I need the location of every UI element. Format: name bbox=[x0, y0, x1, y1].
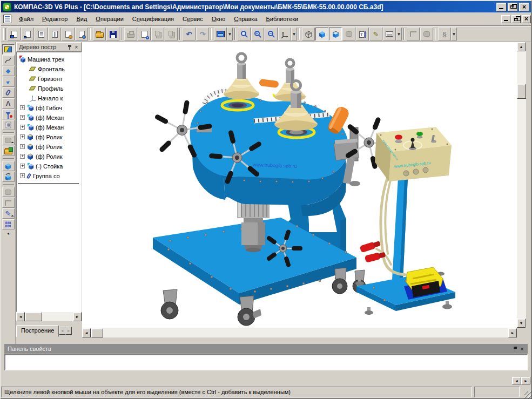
orientation-dropdown[interactable]: ▼ bbox=[291, 28, 297, 40]
scroll-thumb[interactable] bbox=[25, 312, 42, 321]
scroll-right-button[interactable]: ► bbox=[73, 312, 82, 321]
tab-construction[interactable]: Построение bbox=[16, 325, 59, 337]
direction-button[interactable]: ► bbox=[2, 77, 15, 87]
scroll-thumb[interactable] bbox=[517, 84, 526, 99]
section-a-button[interactable] bbox=[407, 28, 420, 40]
title-bar[interactable]: КОМПАС-3D V6 Plus - [C:\Documents and Se… bbox=[1, 1, 531, 12]
spatial-curves-button[interactable] bbox=[2, 55, 15, 65]
viewport-horizontal-scrollbar[interactable]: ◄ ► bbox=[82, 328, 517, 337]
menu-item-help[interactable]: Справка bbox=[230, 13, 261, 24]
annotate-button[interactable]: ✎ bbox=[2, 208, 15, 219]
menu-item-service[interactable]: Сервис bbox=[178, 13, 207, 24]
helix-button[interactable]: § bbox=[438, 28, 451, 40]
menu-item-window[interactable]: Окно bbox=[207, 13, 230, 24]
tree-panel-header[interactable]: Дерево постр × bbox=[16, 42, 82, 52]
zoom-in-button[interactable]: + bbox=[251, 28, 264, 40]
zoom-out-button[interactable]: − bbox=[265, 28, 278, 40]
scroll-left-button[interactable]: ◄ bbox=[82, 328, 91, 337]
tree-item-assembly[interactable]: (ф) Механ bbox=[20, 123, 64, 132]
new-drawing-view-button[interactable] bbox=[383, 28, 396, 40]
window-list-dropdown[interactable]: ▼ bbox=[227, 28, 233, 40]
new-specification-button[interactable] bbox=[48, 28, 61, 40]
tab-scroll-left-button[interactable]: ◄ bbox=[59, 327, 65, 335]
control-box[interactable]: www.trubogib.spb.ru www.trubogib.spb.ru bbox=[375, 127, 452, 181]
expand-icon[interactable] bbox=[20, 144, 25, 149]
3d-viewport[interactable]: www.trubogib.spb.ru bbox=[82, 42, 517, 328]
nav-left-button[interactable]: ◄ bbox=[512, 377, 521, 384]
resize-grip[interactable] bbox=[524, 391, 531, 398]
pin-button[interactable] bbox=[66, 44, 73, 51]
new-text-document-button[interactable] bbox=[35, 28, 48, 40]
expand-icon[interactable] bbox=[20, 115, 25, 120]
measure-button[interactable]: Λ bbox=[2, 98, 15, 109]
tree-item-plane-frontal[interactable]: Фронталь bbox=[29, 64, 65, 73]
start-button[interactable] bbox=[416, 132, 423, 139]
doc-restore-button[interactable] bbox=[511, 15, 521, 23]
tree-horizontal-scrollbar[interactable]: ◄ ► bbox=[16, 312, 82, 321]
new-fragment-button[interactable] bbox=[21, 28, 34, 40]
expand-icon[interactable] bbox=[20, 173, 25, 178]
auxiliary-geometry-button[interactable] bbox=[2, 87, 15, 98]
3d-model-machine[interactable]: www.trubogib.spb.ru bbox=[82, 42, 517, 328]
tree-item-assembly[interactable]: (-) Стойка bbox=[20, 161, 63, 171]
dimensions-button[interactable]: T bbox=[356, 28, 369, 40]
window-list-button[interactable] bbox=[214, 28, 227, 40]
tab-scroll-right-button[interactable]: ► bbox=[65, 327, 72, 335]
tree-item-group[interactable]: Группа со bbox=[20, 171, 60, 180]
rotate-view-button[interactable] bbox=[2, 172, 15, 182]
filters-button[interactable] bbox=[2, 109, 15, 119]
tree-item-root[interactable]: Машина трех bbox=[18, 55, 64, 64]
surfaces-button[interactable]: ◆ bbox=[2, 66, 15, 76]
tree-item-part[interactable]: (ф) Ролик bbox=[20, 142, 63, 151]
restore-button[interactable] bbox=[508, 3, 518, 11]
new-part-button[interactable] bbox=[62, 28, 75, 40]
shaded-button[interactable] bbox=[315, 28, 328, 40]
menu-item-edit[interactable]: Редактор bbox=[38, 13, 72, 24]
panel-a-button[interactable] bbox=[2, 187, 15, 197]
scroll-left-button[interactable]: ◄ bbox=[16, 312, 25, 321]
drawing-view-dropdown[interactable]: ▼ bbox=[396, 28, 402, 40]
document-menu-icon[interactable] bbox=[3, 15, 11, 23]
caster-wheel[interactable] bbox=[161, 289, 178, 319]
paste-button[interactable] bbox=[165, 28, 178, 40]
property-panel-close-button[interactable]: × bbox=[518, 346, 526, 353]
helix-dropdown[interactable]: ▼ bbox=[451, 28, 457, 40]
numbering-button[interactable] bbox=[2, 219, 15, 229]
new-sheet-button[interactable] bbox=[8, 28, 21, 40]
toolbar-grip[interactable] bbox=[3, 28, 6, 40]
menu-item-specification[interactable]: Спецификация bbox=[128, 13, 178, 24]
app-icon[interactable] bbox=[3, 3, 11, 11]
tree-item-part[interactable]: (ф) Ролик bbox=[20, 132, 63, 141]
menu-item-libraries[interactable]: Библиотеки bbox=[262, 13, 303, 24]
scroll-right-button[interactable]: ► bbox=[508, 328, 517, 337]
open-button[interactable] bbox=[93, 28, 106, 40]
menu-item-file[interactable]: Файл bbox=[15, 13, 38, 24]
half-shaded-button[interactable] bbox=[329, 28, 342, 40]
caster-wheel[interactable] bbox=[238, 296, 261, 326]
hidden-lines-button[interactable] bbox=[342, 28, 355, 40]
machine-body[interactable]: www.trubogib.spb.ru bbox=[190, 91, 349, 216]
sketch-button[interactable]: ✎ bbox=[369, 28, 382, 40]
expand-icon[interactable] bbox=[20, 154, 25, 159]
control-pedestal[interactable]: www.trubogib.spb.ru www.trubogib.spb.ru bbox=[355, 127, 455, 315]
doc-minimize-button[interactable] bbox=[501, 15, 510, 23]
scroll-thumb[interactable] bbox=[91, 328, 103, 337]
tree-item-assembly[interactable]: (ф) Гибоч bbox=[20, 103, 62, 112]
specification-button[interactable] bbox=[2, 120, 15, 130]
property-panel-header[interactable]: Панель свойств × bbox=[4, 344, 528, 354]
orientation-button[interactable] bbox=[278, 28, 291, 40]
undo-button[interactable]: ↶ bbox=[183, 28, 196, 40]
library-button[interactable] bbox=[2, 146, 15, 156]
tree-end-marker[interactable] bbox=[18, 183, 79, 184]
tree-item-plane-profile[interactable]: Профиль bbox=[29, 84, 64, 93]
redo-button[interactable]: ↷ bbox=[196, 28, 209, 40]
panel-b-button[interactable] bbox=[2, 198, 15, 208]
collapse-panel-button[interactable]: ◂ bbox=[4, 230, 12, 236]
new-assembly-button[interactable] bbox=[75, 28, 88, 40]
tree-close-button[interactable]: × bbox=[73, 44, 80, 51]
save-button[interactable] bbox=[106, 28, 119, 40]
expand-icon[interactable] bbox=[20, 105, 25, 110]
wireframe-button[interactable] bbox=[302, 28, 315, 40]
tree-item-assembly[interactable]: (ф) Механ bbox=[20, 113, 64, 122]
reports-button[interactable] bbox=[2, 135, 15, 145]
